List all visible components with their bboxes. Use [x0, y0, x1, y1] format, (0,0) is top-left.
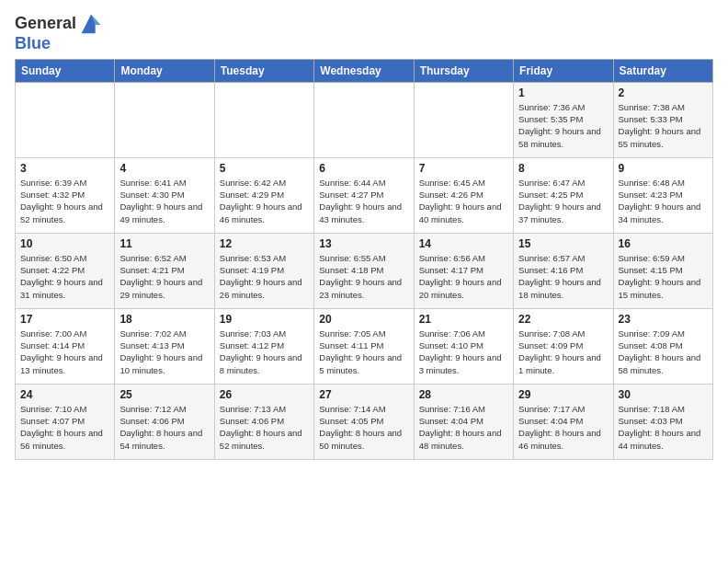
day-info: Sunrise: 7:06 AMSunset: 4:10 PMDaylight:…: [419, 327, 508, 376]
day-info: Sunrise: 6:50 AMSunset: 4:22 PMDaylight:…: [20, 252, 109, 301]
calendar-cell: 6Sunrise: 6:44 AMSunset: 4:27 PMDaylight…: [314, 157, 414, 233]
day-info: Sunrise: 7:17 AMSunset: 4:04 PMDaylight:…: [518, 403, 608, 452]
calendar-cell: 21Sunrise: 7:06 AMSunset: 4:10 PMDayligh…: [414, 308, 513, 384]
calendar-cell: 1Sunrise: 7:36 AMSunset: 5:35 PMDaylight…: [514, 82, 613, 157]
calendar-cell: 30Sunrise: 7:18 AMSunset: 4:03 PMDayligh…: [613, 384, 712, 459]
day-info: Sunrise: 6:57 AMSunset: 4:16 PMDaylight:…: [518, 252, 608, 301]
day-info: Sunrise: 7:10 AMSunset: 4:07 PMDaylight:…: [20, 403, 109, 452]
day-number: 12: [220, 237, 309, 250]
logo-text: General: [15, 15, 76, 33]
day-info: Sunrise: 6:52 AMSunset: 4:21 PMDaylight:…: [119, 252, 209, 301]
day-number: 5: [220, 162, 309, 175]
calendar-cell: 5Sunrise: 6:42 AMSunset: 4:29 PMDaylight…: [214, 157, 313, 233]
calendar-cell: 12Sunrise: 6:53 AMSunset: 4:19 PMDayligh…: [214, 233, 313, 308]
calendar-cell: 29Sunrise: 7:17 AMSunset: 4:04 PMDayligh…: [514, 384, 613, 459]
calendar-cell: 4Sunrise: 6:41 AMSunset: 4:30 PMDaylight…: [115, 157, 214, 233]
day-number: 23: [619, 313, 708, 326]
day-number: 21: [419, 313, 508, 326]
calendar-cell: 22Sunrise: 7:08 AMSunset: 4:09 PMDayligh…: [514, 308, 613, 384]
day-number: 29: [518, 388, 608, 401]
day-number: 13: [319, 237, 408, 250]
week-row-3: 10Sunrise: 6:50 AMSunset: 4:22 PMDayligh…: [16, 233, 713, 308]
calendar-cell: 11Sunrise: 6:52 AMSunset: 4:21 PMDayligh…: [115, 233, 214, 308]
week-row-5: 24Sunrise: 7:10 AMSunset: 4:07 PMDayligh…: [16, 384, 713, 459]
day-number: 3: [20, 162, 109, 175]
day-info: Sunrise: 7:09 AMSunset: 4:08 PMDaylight:…: [619, 327, 708, 376]
calendar-cell: 19Sunrise: 7:03 AMSunset: 4:12 PMDayligh…: [214, 308, 313, 384]
day-number: 18: [119, 313, 209, 326]
day-number: 14: [419, 237, 508, 250]
day-number: 7: [419, 162, 508, 175]
day-info: Sunrise: 7:18 AMSunset: 4:03 PMDaylight:…: [619, 403, 708, 452]
day-header-friday: Friday: [514, 59, 613, 82]
calendar-cell: [314, 82, 414, 157]
day-info: Sunrise: 6:55 AMSunset: 4:18 PMDaylight:…: [319, 252, 408, 301]
day-info: Sunrise: 7:05 AMSunset: 4:11 PMDaylight:…: [319, 327, 408, 376]
week-row-4: 17Sunrise: 7:00 AMSunset: 4:14 PMDayligh…: [16, 308, 713, 384]
calendar-table: SundayMondayTuesdayWednesdayThursdayFrid…: [15, 59, 713, 460]
day-number: 10: [20, 237, 109, 250]
calendar-cell: 18Sunrise: 7:02 AMSunset: 4:13 PMDayligh…: [115, 308, 214, 384]
calendar-cell: 15Sunrise: 6:57 AMSunset: 4:16 PMDayligh…: [514, 233, 613, 308]
day-number: 2: [619, 86, 708, 99]
day-number: 16: [619, 237, 708, 250]
day-info: Sunrise: 7:14 AMSunset: 4:05 PMDaylight:…: [319, 403, 408, 452]
day-info: Sunrise: 6:39 AMSunset: 4:32 PMDaylight:…: [20, 177, 109, 225]
day-info: Sunrise: 6:48 AMSunset: 4:23 PMDaylight:…: [619, 177, 708, 225]
day-number: 27: [319, 388, 408, 401]
day-info: Sunrise: 6:41 AMSunset: 4:30 PMDaylight:…: [119, 177, 209, 225]
day-info: Sunrise: 7:16 AMSunset: 4:04 PMDaylight:…: [419, 403, 508, 452]
day-info: Sunrise: 6:53 AMSunset: 4:19 PMDaylight:…: [220, 252, 309, 301]
calendar-cell: 9Sunrise: 6:48 AMSunset: 4:23 PMDaylight…: [613, 157, 712, 233]
page: General Blue SundayMondayTuesdayWednesda…: [0, 0, 728, 467]
day-number: 15: [518, 237, 608, 250]
day-info: Sunrise: 6:45 AMSunset: 4:26 PMDaylight:…: [419, 177, 508, 225]
day-header-thursday: Thursday: [414, 59, 513, 82]
day-info: Sunrise: 7:36 AMSunset: 5:35 PMDaylight:…: [518, 101, 608, 150]
day-info: Sunrise: 7:03 AMSunset: 4:12 PMDaylight:…: [220, 327, 309, 376]
day-number: 6: [319, 162, 408, 175]
day-number: 19: [220, 313, 309, 326]
calendar-cell: 24Sunrise: 7:10 AMSunset: 4:07 PMDayligh…: [16, 384, 115, 459]
day-number: 4: [119, 162, 209, 175]
calendar-cell: 8Sunrise: 6:47 AMSunset: 4:25 PMDaylight…: [514, 157, 613, 233]
day-number: 30: [619, 388, 708, 401]
calendar-cell: 17Sunrise: 7:00 AMSunset: 4:14 PMDayligh…: [16, 308, 115, 384]
day-info: Sunrise: 7:08 AMSunset: 4:09 PMDaylight:…: [518, 327, 608, 376]
logo-text-blue: Blue: [15, 35, 51, 53]
day-number: 24: [20, 388, 109, 401]
calendar-cell: [414, 82, 513, 157]
day-info: Sunrise: 7:13 AMSunset: 4:06 PMDaylight:…: [220, 403, 309, 452]
calendar-cell: 13Sunrise: 6:55 AMSunset: 4:18 PMDayligh…: [314, 233, 414, 308]
header-row: SundayMondayTuesdayWednesdayThursdayFrid…: [16, 59, 713, 82]
day-info: Sunrise: 6:42 AMSunset: 4:29 PMDaylight:…: [220, 177, 309, 225]
logo-icon: [78, 11, 104, 37]
calendar-cell: 7Sunrise: 6:45 AMSunset: 4:26 PMDaylight…: [414, 157, 513, 233]
day-header-tuesday: Tuesday: [214, 59, 313, 82]
day-info: Sunrise: 7:12 AMSunset: 4:06 PMDaylight:…: [119, 403, 209, 452]
day-info: Sunrise: 7:00 AMSunset: 4:14 PMDaylight:…: [20, 327, 109, 376]
day-header-sunday: Sunday: [16, 59, 115, 82]
day-number: 28: [419, 388, 508, 401]
week-row-1: 1Sunrise: 7:36 AMSunset: 5:35 PMDaylight…: [16, 82, 713, 157]
calendar-cell: 27Sunrise: 7:14 AMSunset: 4:05 PMDayligh…: [314, 384, 414, 459]
day-header-monday: Monday: [115, 59, 214, 82]
day-number: 17: [20, 313, 109, 326]
logo: General Blue: [15, 11, 104, 53]
calendar-cell: 20Sunrise: 7:05 AMSunset: 4:11 PMDayligh…: [314, 308, 414, 384]
day-number: 1: [518, 86, 608, 99]
calendar-cell: [214, 82, 313, 157]
calendar-cell: 23Sunrise: 7:09 AMSunset: 4:08 PMDayligh…: [613, 308, 712, 384]
day-number: 20: [319, 313, 408, 326]
day-number: 9: [619, 162, 708, 175]
day-number: 8: [518, 162, 608, 175]
calendar-cell: 3Sunrise: 6:39 AMSunset: 4:32 PMDaylight…: [16, 157, 115, 233]
calendar-cell: [16, 82, 115, 157]
day-header-wednesday: Wednesday: [314, 59, 414, 82]
header: General Blue: [15, 11, 713, 53]
day-info: Sunrise: 6:47 AMSunset: 4:25 PMDaylight:…: [518, 177, 608, 225]
day-header-saturday: Saturday: [613, 59, 712, 82]
calendar-cell: 28Sunrise: 7:16 AMSunset: 4:04 PMDayligh…: [414, 384, 513, 459]
calendar-cell: 16Sunrise: 6:59 AMSunset: 4:15 PMDayligh…: [613, 233, 712, 308]
day-number: 11: [119, 237, 209, 250]
